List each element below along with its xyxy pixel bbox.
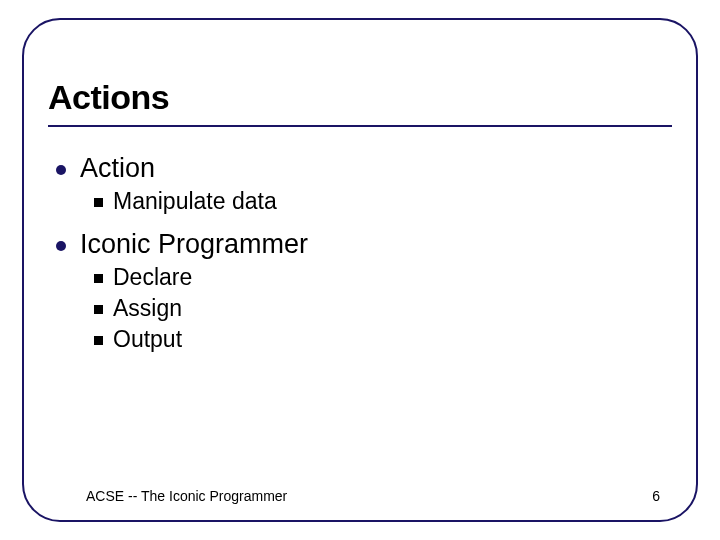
sub-list-item-label: Manipulate data [113,188,277,215]
sub-list-item: Assign [94,295,672,322]
bullet-dot-icon [56,165,66,175]
bullet-square-icon [94,274,103,283]
list-item-label: Action [80,153,155,184]
bullet-square-icon [94,336,103,345]
list-item: Iconic Programmer [56,229,672,260]
list-item-label: Iconic Programmer [80,229,308,260]
page-number: 6 [652,488,660,504]
bullet-list: Action Manipulate data Iconic Programmer… [56,153,672,353]
title-divider [48,125,672,127]
bullet-square-icon [94,305,103,314]
slide-content: Actions Action Manipulate data Iconic Pr… [48,78,672,353]
sub-list: Declare Assign Output [94,264,672,353]
footer-text: ACSE -- The Iconic Programmer [86,488,287,504]
sub-list-item: Output [94,326,672,353]
sub-list: Manipulate data [94,188,672,215]
sub-list-item: Manipulate data [94,188,672,215]
bullet-dot-icon [56,241,66,251]
sub-list-item-label: Declare [113,264,192,291]
sub-list-item-label: Assign [113,295,182,322]
sub-list-item-label: Output [113,326,182,353]
bullet-square-icon [94,198,103,207]
slide-title: Actions [48,78,672,117]
sub-list-item: Declare [94,264,672,291]
list-item: Action [56,153,672,184]
